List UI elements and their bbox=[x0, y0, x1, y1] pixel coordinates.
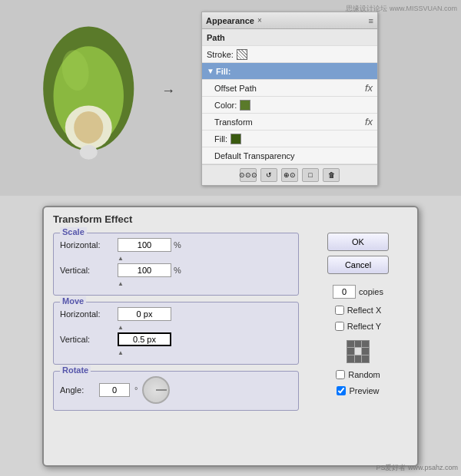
transform-fx-badge: fx bbox=[365, 116, 373, 127]
reflect-x-row: Reflect X bbox=[335, 306, 382, 315]
scale-h-label: Horizontal: bbox=[60, 240, 118, 250]
transparency-row[interactable]: Default Transparency bbox=[202, 147, 377, 164]
scale-h-slider[interactable]: ▲ bbox=[60, 255, 292, 262]
offset-path-label: Offset Path bbox=[214, 84, 257, 93]
offset-fx-badge: fx bbox=[365, 82, 373, 94]
grid-cell-9 bbox=[362, 355, 369, 362]
scale-h-input[interactable] bbox=[118, 238, 171, 252]
move-label: Move bbox=[60, 296, 86, 306]
move-horizontal-row: Horizontal: bbox=[60, 307, 292, 321]
fill-triangle: ▼ bbox=[207, 67, 214, 75]
fill-color-swatch[interactable] bbox=[230, 134, 241, 144]
path-label: Path bbox=[207, 33, 225, 42]
transform-body: Scale Horizontal: % ▲ Vertical: % bbox=[53, 233, 408, 414]
appearance-rows: Path Stroke: ▼ Fill: Offset Path fx Colo… bbox=[202, 29, 377, 164]
scale-v-unit: % bbox=[174, 266, 181, 275]
slider-triangle-3: ▲ bbox=[118, 324, 124, 331]
color-swatch[interactable] bbox=[240, 100, 250, 111]
stroke-icon bbox=[237, 49, 247, 60]
stroke-row[interactable]: Stroke: bbox=[202, 46, 377, 63]
copies-row: copies bbox=[333, 285, 383, 299]
grid-cell-8 bbox=[355, 355, 362, 362]
transform-left: Scale Horizontal: % ▲ Vertical: % bbox=[53, 233, 299, 414]
grid-cell-1 bbox=[347, 341, 354, 348]
angle-input[interactable] bbox=[99, 383, 130, 397]
offset-path-row[interactable]: Offset Path fx bbox=[202, 80, 377, 97]
scale-vertical-row: Vertical: % bbox=[60, 263, 292, 277]
random-label: Random bbox=[348, 370, 380, 379]
move-group: Move Horizontal: ▲ Vertical: ▲ bbox=[53, 302, 299, 365]
grid-icon[interactable] bbox=[347, 340, 370, 363]
avocado-illustration bbox=[27, 19, 158, 174]
angle-row: Angle: ° bbox=[60, 376, 292, 404]
transparency-label: Default Transparency bbox=[214, 151, 295, 160]
color-label: Color: bbox=[214, 101, 237, 110]
grid-cell-4 bbox=[347, 348, 354, 355]
fill-main-label: Fill: bbox=[216, 67, 231, 76]
copies-label: copies bbox=[359, 287, 383, 296]
scale-horizontal-row: Horizontal: % bbox=[60, 238, 292, 252]
rotate-dial[interactable] bbox=[142, 376, 170, 404]
move-v-slider[interactable]: ▲ bbox=[60, 349, 292, 356]
copies-input[interactable] bbox=[333, 285, 356, 299]
cancel-button[interactable]: Cancel bbox=[327, 256, 389, 274]
grid-cell-5 bbox=[355, 348, 362, 355]
move-h-slider[interactable]: ▲ bbox=[60, 324, 292, 331]
reflect-y-label: Reflect Y bbox=[347, 322, 381, 331]
rotate-label: Rotate bbox=[60, 365, 91, 375]
move-v-input[interactable] bbox=[118, 332, 171, 346]
preview-checkbox[interactable] bbox=[337, 386, 346, 395]
svg-point-3 bbox=[74, 111, 103, 144]
appearance-panel: Appearance × ≡ Path Stroke: ▼ Fill: Offs… bbox=[201, 12, 378, 186]
bottom-section: Transform Effect Scale Horizontal: % ▲ bbox=[0, 196, 461, 476]
scale-v-slider[interactable]: ▲ bbox=[60, 280, 292, 287]
grid-cell-7 bbox=[347, 355, 354, 362]
watermark-bottom: PS爱好者 www.psahz.com bbox=[376, 463, 458, 473]
transform-label: Transform bbox=[214, 117, 253, 127]
appearance-toolbar: ⊙⊙⊙ ↺ ⊕⊙ □ 🗑 bbox=[202, 164, 377, 185]
dial-line bbox=[156, 389, 167, 391]
rotate-group: Rotate Angle: ° bbox=[53, 371, 299, 411]
toolbar-btn-2[interactable]: ↺ bbox=[260, 168, 277, 182]
fill-header-row[interactable]: ▼ Fill: bbox=[202, 63, 377, 80]
stroke-label: Stroke: bbox=[207, 50, 234, 59]
svg-point-5 bbox=[80, 145, 98, 160]
preview-row: Preview bbox=[337, 386, 379, 395]
scale-group: Scale Horizontal: % ▲ Vertical: % bbox=[53, 233, 299, 296]
grid-cell-2 bbox=[355, 341, 362, 348]
close-button[interactable]: × bbox=[257, 16, 262, 25]
angle-label: Angle: bbox=[60, 385, 95, 395]
slider-triangle-4: ▲ bbox=[118, 349, 124, 356]
transform-row[interactable]: Transform fx bbox=[202, 114, 377, 131]
ok-button[interactable]: OK bbox=[327, 233, 389, 251]
toolbar-btn-5[interactable]: 🗑 bbox=[323, 168, 340, 182]
toolbar-btn-4[interactable]: □ bbox=[302, 168, 319, 182]
fill-sub-row[interactable]: Fill: bbox=[202, 131, 377, 147]
panel-menu-icon[interactable]: ≡ bbox=[369, 16, 373, 25]
scale-h-unit: % bbox=[174, 240, 181, 250]
reflect-x-label: Reflect X bbox=[347, 306, 382, 315]
move-vertical-row: Vertical: bbox=[60, 332, 292, 346]
titlebar-left: Appearance × bbox=[206, 16, 262, 25]
path-row: Path bbox=[202, 29, 377, 46]
move-h-label: Horizontal: bbox=[60, 309, 118, 319]
random-row: Random bbox=[336, 370, 380, 379]
grid-cell-3 bbox=[362, 341, 369, 348]
move-v-label: Vertical: bbox=[60, 335, 118, 344]
preview-label: Preview bbox=[349, 386, 379, 395]
scale-label: Scale bbox=[60, 227, 87, 236]
slider-triangle-1: ▲ bbox=[118, 255, 124, 262]
color-row[interactable]: Color: bbox=[202, 97, 377, 114]
transform-title: Transform Effect bbox=[53, 213, 408, 225]
toolbar-btn-1[interactable]: ⊙⊙⊙ bbox=[240, 168, 257, 182]
grid-cell-6 bbox=[362, 348, 369, 355]
reflect-x-checkbox[interactable] bbox=[335, 306, 344, 315]
scale-v-input[interactable] bbox=[118, 263, 171, 277]
toolbar-btn-3[interactable]: ⊕⊙ bbox=[281, 168, 298, 182]
reflect-y-checkbox[interactable] bbox=[335, 322, 344, 331]
slider-triangle-2: ▲ bbox=[118, 280, 124, 287]
transform-dialog: Transform Effect Scale Horizontal: % ▲ bbox=[42, 206, 419, 467]
degree-symbol: ° bbox=[134, 385, 138, 395]
move-h-input[interactable] bbox=[118, 307, 171, 321]
random-checkbox[interactable] bbox=[336, 370, 345, 379]
